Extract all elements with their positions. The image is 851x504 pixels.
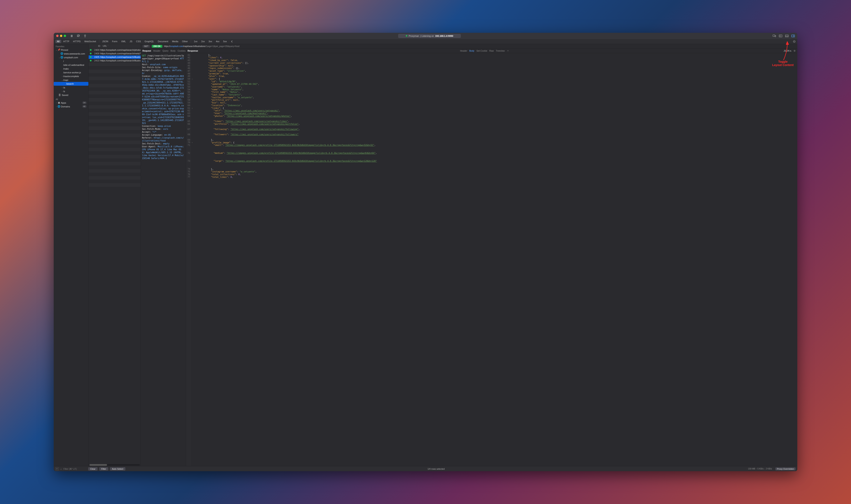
filter-media[interactable]: Media (170, 40, 180, 43)
table-row[interactable]: 2409https://unsplash.com/napi/search/pho… (89, 48, 141, 52)
response-json-viewer[interactable]: 41424344454647484950⌄5152535455565758596… (186, 53, 797, 466)
gear-icon[interactable]: ⚙ (794, 50, 796, 52)
add-tab-icon[interactable]: ＋ (507, 49, 509, 52)
sidebar-item[interactable]: /nabc (54, 67, 88, 71)
auto-select-button[interactable]: Auto Select (110, 467, 125, 471)
response-tab-setcookie[interactable]: Set-Cookie (476, 50, 487, 52)
all-section-header: All (54, 97, 88, 101)
filter-4xx[interactable]: 4xx (214, 40, 221, 43)
response-tab-treeview[interactable]: Treeview (496, 50, 505, 52)
add-button[interactable]: ＋ (55, 467, 59, 471)
sidebar-domains[interactable]: ›🌐 Domains 42 (54, 105, 88, 108)
sidebar: Favorites ⌄📌Pinned🌐www.awwwards.com⌄🌐uns… (54, 44, 89, 466)
response-panel: Response Header Body Set-CookieRawTreevi… (186, 49, 797, 466)
status-dot-icon (90, 60, 92, 61)
filter-input[interactable]: Filter (⌘⌥F) (64, 468, 87, 470)
status-dot-icon (406, 35, 407, 37)
table-row[interactable]: 2425https://unsplash.com/napi/search/ill… (89, 55, 141, 59)
request-raw-body[interactable]: GET /napi/search/illustrations?page=1&pe… (141, 53, 186, 466)
app-window: Proxyman | Listening on 192.168.1.4:9090… (54, 33, 797, 471)
response-tab-raw[interactable]: Raw (489, 50, 494, 52)
filter-3xx[interactable]: 3xx (207, 40, 214, 43)
filter-button[interactable]: Filter (99, 467, 108, 471)
request-tab-cookies[interactable]: Cookies (178, 50, 185, 52)
request-tab-body[interactable]: Body (170, 50, 176, 52)
svg-rect-4 (775, 35, 776, 37)
favorites-section-header: Favorites (54, 44, 88, 48)
svg-rect-7 (785, 35, 788, 37)
request-panel: Request HeaderQueryBodyCookies Raw ＋ ⚙ G… (141, 49, 186, 466)
filter-form[interactable]: Form (110, 40, 119, 43)
devices-icon[interactable] (773, 34, 776, 38)
filter-all[interactable]: All (55, 40, 61, 43)
clear-button[interactable]: Clear (88, 467, 97, 471)
filter-1xx[interactable]: 1xx (192, 40, 199, 43)
archive-icon: 🗄 (58, 94, 61, 96)
compose-icon[interactable] (77, 35, 80, 37)
rows-selected: 1/4 rows selected (127, 468, 745, 470)
sidebar-item[interactable]: ›/nautocomplete (54, 74, 88, 78)
filter-5xx[interactable]: 5xx (221, 40, 229, 43)
sidebar-pinned[interactable]: ⌄📌Pinned (54, 48, 88, 52)
svg-rect-1 (72, 35, 72, 37)
sidebar-item[interactable]: / (54, 59, 88, 63)
chevron-left-icon[interactable] (231, 40, 233, 43)
layout-right-icon[interactable] (792, 34, 795, 38)
table-h-scrollbar[interactable] (89, 464, 140, 466)
layout-bottom-icon[interactable] (785, 34, 789, 38)
status-dot-icon (90, 56, 92, 58)
sidebar-saved[interactable]: 🗄 Saved (54, 93, 88, 97)
sidebar-item[interactable]: /service-worker.js (54, 71, 88, 74)
svg-rect-5 (779, 35, 782, 37)
table-row[interactable]: 2410https://unsplash.com/napi/search/ill… (89, 59, 141, 62)
domains-count-badge: 42 (82, 105, 87, 108)
request-tab-query[interactable]: Query (162, 50, 168, 52)
col-url[interactable]: URL ˇ (102, 45, 141, 47)
filter-https[interactable]: HTTPS (71, 40, 82, 43)
format-select[interactable]: JSON ⇅ (784, 50, 792, 52)
collapse-icon[interactable] (793, 40, 796, 43)
proxy-status-pill[interactable]: Proxy Overridden (775, 467, 796, 470)
sidebar-apps[interactable]: ›▦ Apps 14 (54, 101, 88, 105)
trash-icon[interactable] (84, 35, 87, 37)
sidebar-item[interactable]: /search (54, 82, 88, 86)
flow-table: ID URL ˇ 2409https://unsplash.com/napi/s… (89, 44, 141, 466)
sidebar-item[interactable]: ›/a (54, 86, 88, 89)
filter-2xx[interactable]: 2xx (200, 40, 206, 43)
request-tab-main[interactable]: Request (143, 50, 151, 52)
filter-websocket[interactable]: WebSocket (83, 40, 98, 43)
sidebar-item[interactable]: ⌄🌐unsplash.com (54, 56, 88, 59)
footer-bar: ＋ ⌕ Filter (⌘⌥F) Clear Filter Auto Selec… (54, 466, 797, 471)
request-tab-header[interactable]: Header (153, 50, 160, 52)
sidebar-item[interactable]: ⌄/napi (54, 78, 88, 82)
sidebar-item[interactable]: ›/s (54, 89, 88, 93)
listen-addr: 192.168.1.4:9090 (435, 35, 453, 37)
minimize-window-button[interactable] (60, 35, 62, 37)
fullscreen-window-button[interactable] (64, 35, 66, 37)
filter-js[interactable]: JS (128, 40, 134, 43)
status-dot-icon (90, 53, 92, 54)
listening-address[interactable]: Proxyman | Listening on 192.168.1.4:9090 (398, 34, 461, 38)
sidebar-item[interactable]: /site-v2.webmanifest (54, 63, 88, 67)
filter-xml[interactable]: XML (120, 40, 128, 43)
filter-css[interactable]: CSS (134, 40, 143, 43)
filter-document[interactable]: Document (156, 40, 170, 43)
response-tab-header[interactable]: Header (460, 50, 467, 52)
filter-other[interactable]: Other (180, 40, 189, 43)
traffic-lights (56, 35, 66, 37)
titlebar: Proxyman | Listening on 192.168.1.4:9090 (54, 33, 797, 39)
request-url[interactable]: https://unsplash.com/napi/search/illustr… (164, 45, 796, 48)
response-tab-main[interactable]: Response (188, 50, 458, 52)
response-tab-body[interactable]: Body (469, 50, 474, 52)
filter-graphql[interactable]: GraphQL (143, 40, 156, 43)
pause-icon[interactable] (70, 35, 73, 37)
svg-rect-9 (792, 35, 795, 37)
sidebar-item[interactable]: 🌐www.awwwards.com (54, 52, 88, 56)
col-id[interactable]: ID (92, 45, 102, 47)
close-window-button[interactable] (56, 35, 58, 37)
filter-http[interactable]: HTTP (62, 40, 71, 43)
status-dot-icon (90, 49, 92, 51)
layout-left-icon[interactable] (779, 34, 782, 38)
filter-json[interactable]: JSON (101, 40, 110, 43)
table-row[interactable]: 2408https://unsplash.com/napi/search/met… (89, 52, 141, 55)
